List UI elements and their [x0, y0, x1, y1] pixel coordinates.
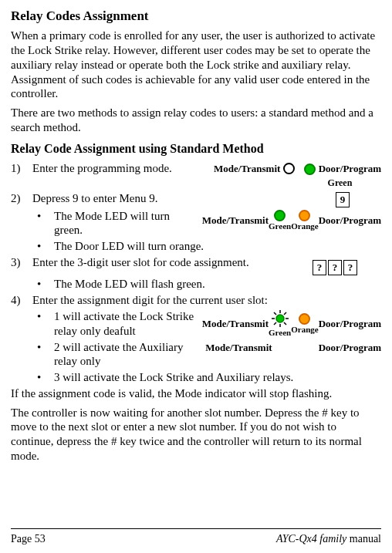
- step-2-bullet-1: • The Mode LED will turn green. Mode/Tra…: [32, 209, 381, 238]
- step-number: 3): [11, 255, 32, 270]
- led-diagram-1: Mode/Transmit Door/Program Green: [208, 161, 381, 191]
- page-number: Page 53: [11, 532, 46, 546]
- door-led-orange: [299, 210, 310, 221]
- led-diagram-3: Mode/Transmit: [196, 309, 381, 339]
- door-led-green: [304, 164, 316, 175]
- keypad-q: ?: [313, 260, 326, 275]
- mode-label: Mode/Transmit: [214, 163, 280, 175]
- closing-paragraph-2: The controller is now waiting for anothe…: [11, 406, 381, 464]
- step-2-bullet-2: • The Door LED will turn orange.: [32, 239, 381, 254]
- bullet-icon: •: [32, 239, 54, 254]
- mode-led-green: [274, 210, 286, 221]
- bullet-icon: •: [32, 209, 54, 238]
- step-text: Enter the 3-digit user slot for code ass…: [32, 255, 306, 270]
- keypad-q: ?: [343, 260, 357, 275]
- mode-label: Mode/Transmit: [202, 214, 269, 227]
- step-2: 2) Depress 9 to enter Menu 9. 9: [11, 191, 381, 207]
- green-label: Green: [269, 221, 291, 232]
- svg-line-8: [284, 312, 286, 315]
- key-9-visual: 9: [329, 191, 381, 207]
- door-label: Door/Program: [319, 342, 381, 354]
- step-number: 1): [11, 161, 32, 176]
- bullet-icon: •: [32, 370, 54, 385]
- step-3-bullet-1: • The Mode LED will flash green.: [32, 277, 381, 292]
- orange-label: Orange: [291, 325, 318, 336]
- intro-paragraph-1: When a primary code is enrolled for any …: [11, 29, 381, 101]
- mode-led-empty: [283, 163, 295, 174]
- step-number: 4): [11, 293, 32, 308]
- door-label: Door/Program: [319, 163, 381, 175]
- bullet-text: The Mode LED will turn green.: [54, 209, 196, 238]
- section-title: Relay Codes Assignment: [11, 8, 381, 24]
- door-label: Door/Program: [319, 214, 381, 227]
- keypad-q: ?: [328, 260, 342, 275]
- step-1: 1) Enter the programming mode. Mode/Tran…: [11, 161, 381, 191]
- mode-led-flash-green: [271, 309, 289, 328]
- mode-label: Mode/Transmit: [205, 342, 272, 354]
- step-text: Depress 9 to enter Menu 9.: [32, 191, 329, 206]
- step-4-bullet-1: • 1 will activate the Lock Strike relay …: [32, 309, 381, 339]
- intro-paragraph-2: There are two methods to assign relay co…: [11, 106, 381, 135]
- step-number: 2): [11, 191, 32, 206]
- bullet-icon: •: [32, 309, 54, 339]
- closing-paragraph-1: If the assignment code is valid, the Mod…: [11, 386, 381, 401]
- bullet-icon: •: [32, 277, 54, 292]
- led-diagram-2: Mode/Transmit Green Orange Door/Program: [196, 209, 381, 232]
- bullet-icon: •: [32, 340, 54, 369]
- page-footer: Page 53 AYC-Qx4 family manual: [11, 528, 381, 546]
- svg-line-6: [284, 322, 286, 325]
- bullet-text: The Mode LED will flash green.: [54, 277, 381, 292]
- orange-label: Orange: [291, 221, 318, 232]
- svg-point-0: [276, 315, 284, 322]
- bullet-text: The Door LED will turn orange.: [54, 239, 381, 254]
- subsection-title: Relay Code Assignment using Standard Met…: [11, 141, 381, 157]
- door-label: Door/Program: [319, 318, 381, 330]
- bullet-text: 1 will activate the Lock Strike relay on…: [54, 309, 196, 339]
- step-4-bullet-3: • 3 will activate the Lock Strike and Au…: [32, 370, 381, 385]
- bullet-text: 2 will activate the Auxiliary relay only: [54, 340, 199, 369]
- door-led-orange: [299, 313, 310, 325]
- step-text: Enter the assignment digit for the curre…: [32, 293, 381, 308]
- svg-line-7: [274, 322, 276, 325]
- keys-qqq: ???: [306, 255, 381, 276]
- step-3: 3) Enter the 3-digit user slot for code …: [11, 255, 381, 276]
- green-label: Green: [269, 328, 291, 339]
- bullet-text: 3 will activate the Lock Strike and Auxi…: [54, 370, 381, 385]
- green-label: Green: [328, 177, 353, 188]
- mode-label: Mode/Transmit: [202, 318, 269, 330]
- led-diagram-4: Mode/Transmit Door/Program: [199, 340, 381, 355]
- step-text: Enter the programming mode.: [32, 161, 208, 176]
- step-4-bullet-2: • 2 will activate the Auxiliary relay on…: [32, 340, 381, 369]
- manual-name: AYC-Qx4 family manual: [276, 532, 381, 546]
- keypad-9: 9: [336, 192, 350, 207]
- step-4: 4) Enter the assignment digit for the cu…: [11, 293, 381, 308]
- svg-line-5: [274, 312, 276, 315]
